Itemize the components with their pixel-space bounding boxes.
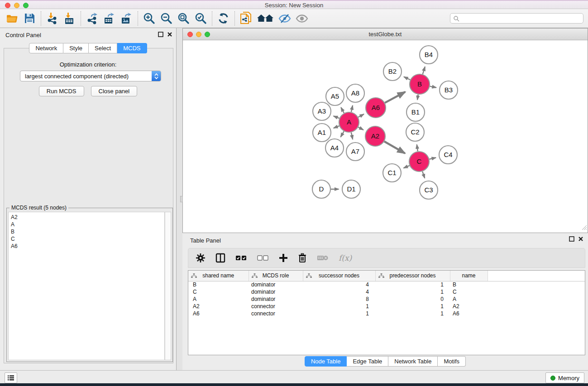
- mcds-result-item[interactable]: C: [11, 235, 162, 243]
- table-cell[interactable]: A2: [450, 303, 488, 310]
- mcds-result-item[interactable]: A6: [11, 243, 162, 250]
- gear-icon[interactable]: [196, 253, 206, 263]
- table-cell[interactable]: 1: [375, 281, 450, 288]
- network-window-titlebar[interactable]: testGlobe.txt: [183, 29, 588, 40]
- zoom-in-icon[interactable]: [142, 11, 156, 26]
- float-panel-icon[interactable]: [158, 32, 163, 37]
- table-cell[interactable]: C: [450, 288, 488, 295]
- table-cell[interactable]: 1: [303, 303, 375, 310]
- network-graph[interactable]: B4B2BB3A8A5A6A3B1AA1C2A2A4A7C4CC1C3DD1: [183, 41, 588, 233]
- table-cell[interactable]: B: [450, 281, 488, 288]
- graph-node-D1[interactable]: D1: [342, 180, 360, 198]
- mcds-result-item[interactable]: A2: [11, 214, 162, 221]
- edge-C-C3[interactable]: [422, 172, 425, 178]
- edge-A6-B[interactable]: [385, 92, 405, 103]
- edge-B-B3[interactable]: [430, 86, 436, 88]
- graph-node-A1[interactable]: A1: [313, 124, 331, 142]
- table-cell[interactable]: 4: [303, 281, 375, 288]
- table-cell[interactable]: 0: [375, 295, 450, 303]
- graph-node-B1[interactable]: B1: [406, 103, 425, 121]
- graph-node-C2[interactable]: C2: [406, 123, 424, 141]
- table-cell[interactable]: A6: [188, 310, 249, 317]
- edge-C-C2[interactable]: [417, 144, 418, 151]
- import-table-icon[interactable]: [62, 11, 76, 26]
- tab-style[interactable]: Style: [63, 43, 89, 53]
- select-all-icon[interactable]: [235, 255, 247, 261]
- graph-node-A4[interactable]: A4: [325, 139, 344, 157]
- edge-B-B1[interactable]: [417, 95, 418, 100]
- eye-slash-icon[interactable]: [278, 11, 292, 26]
- zoom-out-icon[interactable]: [159, 11, 173, 26]
- close-table-panel-icon[interactable]: [578, 236, 583, 242]
- graph-node-B3[interactable]: B3: [440, 81, 458, 99]
- graph-node-D[interactable]: D: [312, 180, 330, 198]
- table-row[interactable]: Cdominator41C: [188, 288, 585, 295]
- mcds-result-item[interactable]: A: [11, 221, 162, 228]
- table-cell[interactable]: B: [188, 281, 249, 288]
- graph-node-A2[interactable]: A2: [365, 126, 385, 146]
- graph-node-A8[interactable]: A8: [346, 84, 364, 102]
- column-header-shared-name[interactable]: shared name: [188, 271, 249, 281]
- graph-node-C4[interactable]: C4: [439, 146, 457, 164]
- tab-select[interactable]: Select: [89, 43, 117, 53]
- graph-node-C1[interactable]: C1: [383, 164, 401, 182]
- graph-node-B2[interactable]: B2: [383, 62, 402, 81]
- edge-A-A3[interactable]: [334, 116, 339, 118]
- edge-B-B4[interactable]: [423, 67, 425, 74]
- edge-A-A1[interactable]: [334, 126, 339, 128]
- table-row[interactable]: A6connector11A6: [188, 310, 585, 317]
- refresh-icon[interactable]: [216, 11, 230, 26]
- tab-network-table[interactable]: Network Table: [388, 356, 438, 367]
- table-cell[interactable]: 1: [375, 303, 450, 310]
- node-table[interactable]: shared nameMCDS rolesuccessor nodesprede…: [188, 270, 585, 355]
- graph-node-B4[interactable]: B4: [420, 46, 438, 64]
- table-cell[interactable]: 4: [303, 288, 375, 295]
- graph-node-C3[interactable]: C3: [420, 181, 438, 199]
- table-cell[interactable]: A6: [450, 310, 488, 317]
- table-row[interactable]: Bdominator41B: [188, 281, 585, 288]
- table-cell[interactable]: A2: [188, 303, 249, 310]
- graph-node-A[interactable]: A: [339, 112, 359, 132]
- edge-A-A5[interactable]: [341, 107, 344, 113]
- criterion-dropdown[interactable]: largest connected component (directed): [20, 71, 161, 81]
- edge-C-C1[interactable]: [404, 166, 410, 168]
- run-mcds-button[interactable]: Run MCDS: [39, 86, 84, 96]
- export-network-icon[interactable]: [85, 11, 99, 26]
- save-icon[interactable]: [23, 11, 36, 26]
- homes-icon[interactable]: [256, 11, 274, 26]
- zoom-selected-icon[interactable]: [194, 11, 207, 26]
- close-panel-button[interactable]: Close panel: [91, 86, 138, 96]
- tab-motifs[interactable]: Motifs: [438, 356, 466, 367]
- edge-A2-C[interactable]: [384, 141, 405, 153]
- mcds-result-scrollbar[interactable]: [165, 212, 171, 360]
- table-cell[interactable]: A: [188, 295, 249, 303]
- table-cell[interactable]: C: [188, 288, 249, 295]
- table-cell[interactable]: 8: [303, 295, 375, 303]
- delete-icon[interactable]: [298, 253, 307, 263]
- table-cell[interactable]: 1: [303, 310, 375, 317]
- table-cell[interactable]: A: [450, 295, 488, 303]
- add-icon[interactable]: [279, 253, 288, 262]
- tab-node-table[interactable]: Node Table: [305, 356, 347, 367]
- table-cell[interactable]: dominator: [249, 295, 303, 303]
- edge-A-A6[interactable]: [358, 114, 364, 117]
- graph-node-A7[interactable]: A7: [346, 143, 364, 161]
- graph-node-C[interactable]: C: [409, 152, 429, 172]
- column-header-name[interactable]: name: [450, 271, 488, 281]
- table-cell[interactable]: dominator: [249, 288, 303, 295]
- tab-mcds[interactable]: MCDS: [117, 43, 147, 53]
- network-canvas[interactable]: B4B2BB3A8A5A6A3B1AA1C2A2A4A7C4CC1C3DD1: [183, 41, 588, 233]
- edge-B-B2[interactable]: [404, 77, 410, 80]
- task-history-button[interactable]: [5, 372, 17, 383]
- mcds-result-list[interactable]: A2ABCA6: [8, 212, 165, 360]
- eye-icon[interactable]: [295, 11, 309, 26]
- graph-node-A6[interactable]: A6: [366, 98, 386, 118]
- graph-node-A5[interactable]: A5: [326, 87, 344, 105]
- column-header-predecessor-nodes[interactable]: predecessor nodes: [375, 271, 450, 281]
- float-table-panel-icon[interactable]: [569, 236, 574, 242]
- open-folder-icon[interactable]: [5, 11, 19, 26]
- splitter-handle[interactable]: [180, 196, 183, 202]
- export-image-icon[interactable]: [120, 11, 133, 26]
- table-cell[interactable]: 1: [375, 288, 450, 295]
- edge-A-A2[interactable]: [358, 127, 363, 130]
